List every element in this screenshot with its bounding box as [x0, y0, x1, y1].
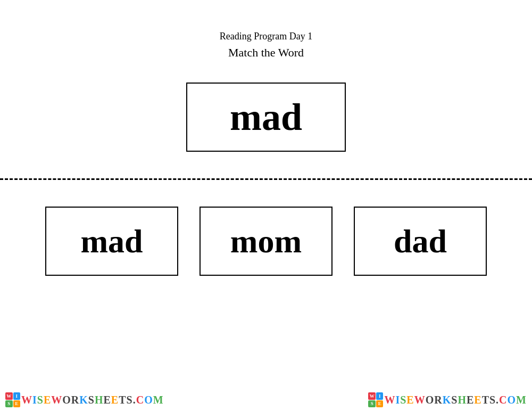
main-word-box: mad: [186, 83, 346, 152]
footer-brand-left: W I S E WISEWORKSHEETS.COM: [5, 392, 164, 407]
main-word-text: mad: [230, 95, 302, 139]
option-word-2: mom: [230, 223, 302, 260]
logo-s-r: S: [368, 400, 376, 408]
footer-text-left: WISEWORKSHEETS.COM: [21, 394, 164, 406]
footer-logo-right: W I S E: [368, 392, 383, 407]
logo-e: E: [13, 400, 21, 408]
logo-i: I: [13, 392, 21, 400]
header-section: Reading Program Day 1 Match the Word: [220, 29, 312, 61]
logo-i-r: I: [376, 392, 384, 400]
option-box-1[interactable]: mad: [45, 207, 178, 276]
logo-s: S: [5, 400, 13, 408]
footer: W I S E WISEWORKSHEETS.COM W I S E WISEW…: [0, 389, 532, 411]
logo-w-r: W: [368, 392, 376, 400]
dashed-divider: [0, 178, 532, 180]
footer-logo-left: W I S E: [5, 392, 20, 407]
answer-options-container: mad mom dad: [0, 207, 532, 276]
footer-brand-right: W I S E WISEWORKSHEETS.COM: [368, 392, 527, 407]
page-container: Reading Program Day 1 Match the Word mad…: [0, 0, 532, 411]
reading-program-label: Reading Program Day 1: [220, 29, 312, 44]
page-title: Match the Word: [220, 44, 312, 61]
logo-e-r: E: [376, 400, 384, 408]
option-word-1: mad: [80, 223, 143, 260]
option-box-2[interactable]: mom: [200, 207, 332, 276]
option-box-3[interactable]: dad: [354, 207, 487, 276]
footer-text-right: WISEWORKSHEETS.COM: [384, 394, 527, 406]
option-word-3: dad: [394, 223, 447, 260]
logo-w: W: [5, 392, 13, 400]
